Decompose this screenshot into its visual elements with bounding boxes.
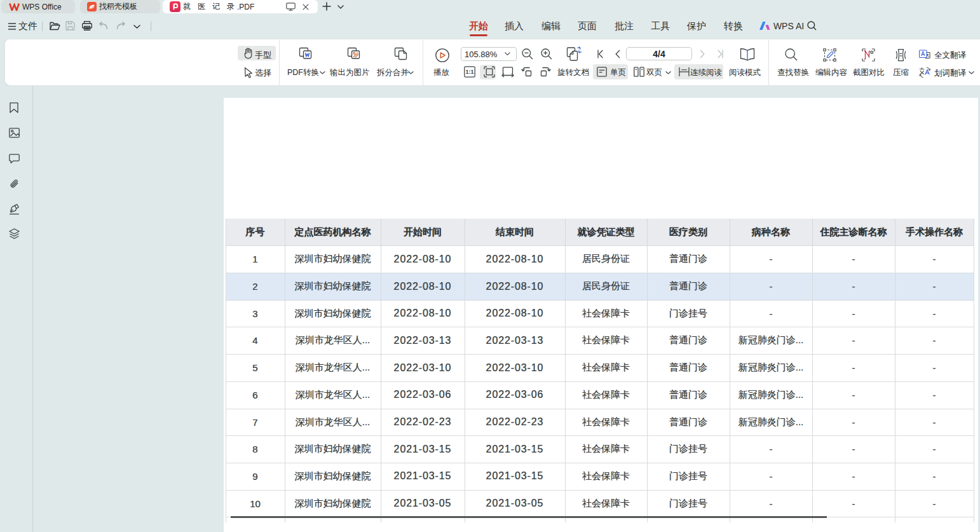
svg-text:1:1: 1:1 xyxy=(465,69,473,75)
